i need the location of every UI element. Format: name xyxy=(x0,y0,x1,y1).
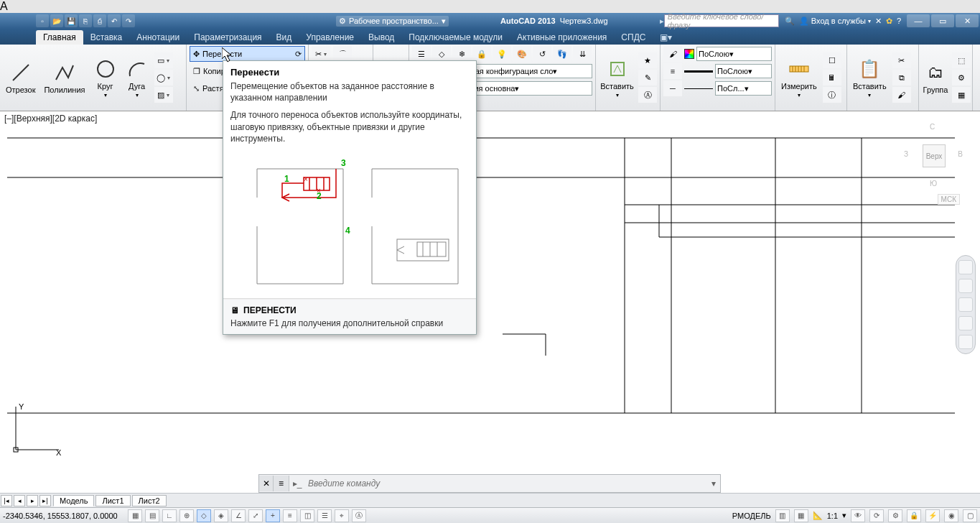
tab-nav-last[interactable]: ▸| xyxy=(39,495,51,506)
model-space-label[interactable]: РМОДЕЛЬ xyxy=(732,512,771,520)
layer-freeze-icon[interactable]: ❄ xyxy=(452,46,471,62)
layer-state-icon[interactable]: ☰ xyxy=(412,46,431,62)
tab-manage[interactable]: Управление xyxy=(299,30,361,45)
ducs-toggle[interactable]: ⤢ xyxy=(248,509,263,522)
annoauto-toggle[interactable]: ⟳ xyxy=(869,509,884,522)
lwt-toggle[interactable]: ≡ xyxy=(283,509,297,522)
current-layer-combo[interactable]: Линия основна ▾ xyxy=(458,81,592,96)
color-combo[interactable]: ПоСлою ▾ xyxy=(696,47,772,61)
layer-merge-icon[interactable]: ⇊ xyxy=(573,46,592,62)
isolate-icon[interactable]: ◉ xyxy=(944,509,958,522)
help-icon[interactable]: ? xyxy=(897,17,901,25)
workspace-switcher[interactable]: ⚙ Рабочее пространство... ▾ xyxy=(336,16,449,27)
qat-save-icon[interactable]: 💾 xyxy=(65,14,78,27)
arc-button[interactable]: Дуга▾ xyxy=(123,56,151,100)
tab-annotate[interactable]: Аннотации xyxy=(129,30,187,45)
cmdline-options-icon[interactable]: ≡ xyxy=(274,476,289,491)
quickview-drawings-icon[interactable]: ▦ xyxy=(794,509,808,522)
tpy-toggle[interactable]: ◫ xyxy=(300,509,314,522)
id-point-icon[interactable]: ⓘ xyxy=(823,87,841,103)
tab-view[interactable]: Вид xyxy=(269,30,299,45)
layer-lock-icon[interactable]: 🔒 xyxy=(472,46,491,62)
qat-new-icon[interactable]: ▫ xyxy=(36,14,49,27)
polyline-button[interactable]: Полилиния xyxy=(41,60,88,96)
command-input[interactable] xyxy=(305,478,707,489)
3dosnap-toggle[interactable]: ◈ xyxy=(214,509,228,522)
hatch-button[interactable]: ▨ xyxy=(154,87,173,103)
app-menu-button[interactable]: A xyxy=(0,0,980,13)
stayconnected-icon[interactable]: ✿ xyxy=(886,17,892,26)
viewcube[interactable]: С Ю В З Верх МСК xyxy=(901,119,966,205)
rotate-icon[interactable]: ⟳ xyxy=(295,50,302,59)
copy-clip-icon[interactable]: ⧉ xyxy=(892,70,911,85)
rectangle-button[interactable]: ▭ xyxy=(154,52,173,68)
layer-off-icon[interactable]: 💡 xyxy=(493,46,511,62)
nav-fullnav-icon[interactable] xyxy=(958,260,973,274)
create-block-icon[interactable]: ★ xyxy=(638,52,657,68)
qat-undo-icon[interactable]: ↶ xyxy=(108,14,121,27)
ortho-toggle[interactable]: ∟ xyxy=(162,509,177,522)
paste-button[interactable]: 📋Вставить▾ xyxy=(850,56,890,100)
tab-nav-prev[interactable]: ◂ xyxy=(14,495,25,506)
help-search-input[interactable]: Введите ключевое слово/фразу xyxy=(664,14,779,27)
cursor-coordinates[interactable]: -2340.5346, 15553.1807, 0.0000 xyxy=(3,512,125,520)
qat-redo-icon[interactable]: ↷ xyxy=(122,14,135,27)
sc-toggle[interactable]: ⌖ xyxy=(335,509,349,522)
qat-plot-icon[interactable]: ⎙ xyxy=(93,14,106,27)
am-toggle[interactable]: Ⓐ xyxy=(352,509,366,522)
annoscale-value[interactable]: 1:1 xyxy=(827,512,838,520)
tab-nav-first[interactable]: |◂ xyxy=(1,495,12,506)
nav-zoom-icon[interactable] xyxy=(958,297,973,312)
tab-focus-icon[interactable]: ▣▾ xyxy=(653,30,679,45)
quickcalc-icon[interactable]: 🖩 xyxy=(823,70,841,85)
matchprop-icon[interactable]: 🖌 xyxy=(663,46,682,62)
circle-button[interactable]: Круг▾ xyxy=(91,56,120,100)
maximize-button[interactable]: ▭ xyxy=(931,14,954,27)
tab-parametric[interactable]: Параметризация xyxy=(187,30,269,45)
snap-toggle[interactable]: ▦ xyxy=(128,509,142,522)
qat-saveas-icon[interactable]: ⎘ xyxy=(79,14,92,27)
search-icon[interactable]: 🔍 xyxy=(785,17,795,26)
linetype-icon[interactable]: ─ xyxy=(663,80,682,96)
measure-button[interactable]: Измерить▾ xyxy=(778,56,820,100)
sign-in-button[interactable]: 👤 Вход в службы ▾ xyxy=(799,17,871,26)
select-all-icon[interactable]: ☐ xyxy=(823,52,841,68)
ellipse-button[interactable]: ◯ xyxy=(154,70,173,85)
polar-toggle[interactable]: ⊕ xyxy=(179,509,194,522)
exchange-icon[interactable]: ✕ xyxy=(875,17,882,26)
annovis-toggle[interactable]: 👁 xyxy=(851,509,865,522)
group-bbox-icon[interactable]: ▦ xyxy=(952,87,971,103)
lock-ui-toggle[interactable]: 🔒 xyxy=(907,509,921,522)
layer-match-icon[interactable]: 🎨 xyxy=(513,46,531,62)
tab-plugins[interactable]: Подключаемые модули xyxy=(401,30,510,45)
dyn-toggle[interactable]: + xyxy=(266,509,280,522)
viewcube-wcs[interactable]: МСК xyxy=(938,194,960,205)
osnap-toggle[interactable]: ◇ xyxy=(197,509,211,522)
minimize-button[interactable]: — xyxy=(907,14,930,27)
command-line[interactable]: ✕ ≡ ▸_ ▾ xyxy=(258,474,721,493)
fillet-button[interactable]: ⌒ xyxy=(333,46,352,62)
otrack-toggle[interactable]: ∠ xyxy=(231,509,246,522)
nav-orbit-icon[interactable] xyxy=(958,316,973,330)
tab-online[interactable]: Активные приложения xyxy=(510,30,614,45)
edit-block-icon[interactable]: ✎ xyxy=(638,70,657,85)
navigation-bar[interactable] xyxy=(956,255,976,354)
annoscale-icon[interactable]: 📐 xyxy=(813,511,823,520)
trim-button[interactable]: ✂ xyxy=(312,46,330,62)
nav-pan-icon[interactable] xyxy=(958,279,973,293)
sheet-tab-layout1[interactable]: Лист1 xyxy=(95,495,130,506)
group-button[interactable]: 🗂Группа xyxy=(922,60,949,96)
cmdline-history-icon[interactable]: ▾ xyxy=(707,478,720,489)
tab-home[interactable]: Главная xyxy=(36,30,83,45)
tab-nav-next[interactable]: ▸ xyxy=(27,495,38,506)
line-button[interactable]: Отрезок xyxy=(3,60,38,96)
tab-output[interactable]: Вывод xyxy=(361,30,401,45)
viewcube-top-face[interactable]: Верх xyxy=(923,144,946,167)
quickview-layouts-icon[interactable]: ▥ xyxy=(775,509,790,522)
cut-icon[interactable]: ✂ xyxy=(892,52,911,68)
ws-toggle[interactable]: ⚙ xyxy=(888,509,902,522)
layer-prev-icon[interactable]: ↺ xyxy=(533,46,551,62)
ungroup-icon[interactable]: ⬚ xyxy=(952,52,971,68)
tab-spds[interactable]: СПДС xyxy=(614,30,653,45)
nav-showmotion-icon[interactable] xyxy=(958,335,973,349)
